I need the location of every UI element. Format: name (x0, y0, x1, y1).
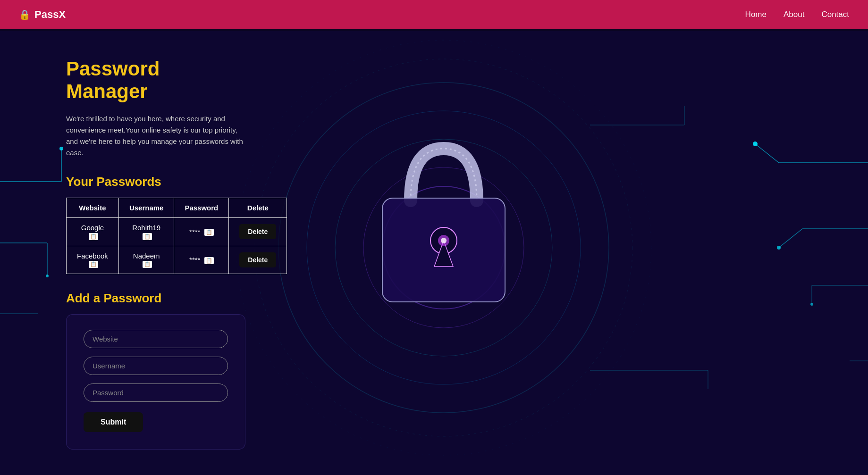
password-input[interactable] (84, 383, 228, 402)
copy-website-icon[interactable]: 📋 (89, 261, 98, 268)
svg-point-10 (753, 142, 758, 146)
table-cell-delete: Delete (229, 218, 287, 246)
nav-links: Home About Contact (745, 10, 849, 19)
table-cell-website: Google 📋 (67, 218, 119, 246)
copy-username-icon[interactable]: 📋 (143, 261, 152, 268)
table-row: Google 📋Rohith19 📋**** 📋Delete (67, 218, 287, 246)
table-cell-password: **** 📋 (174, 218, 229, 246)
nav-home-link[interactable]: Home (745, 10, 767, 19)
website-input[interactable] (84, 330, 228, 348)
navbar: 🔒 PassX Home About Contact (0, 0, 868, 29)
page-title: Password Manager (66, 58, 245, 103)
logo-text: PassX (34, 8, 66, 21)
col-delete: Delete (229, 198, 287, 218)
col-website: Website (67, 198, 119, 218)
page-description: We're thrilled to have you here, where s… (66, 113, 245, 158)
left-content: Password Manager We're thrilled to have … (0, 29, 312, 475)
logo: 🔒 PassX (19, 8, 66, 21)
col-password: Password (174, 198, 229, 218)
nav-contact-link[interactable]: Contact (821, 10, 849, 19)
logo-lock-icon: 🔒 (19, 9, 31, 20)
username-input[interactable] (84, 357, 228, 375)
delete-button[interactable]: Delete (239, 224, 276, 239)
svg-point-34 (441, 238, 447, 243)
nav-about-link[interactable]: About (784, 10, 804, 19)
svg-point-16 (810, 303, 813, 306)
table-row: Facebook 📋Nadeem 📋**** 📋Delete (67, 246, 287, 274)
svg-point-13 (777, 246, 781, 250)
add-section-title: Add a Password (66, 291, 245, 306)
add-form-container: Submit (66, 314, 245, 450)
copy-password-icon[interactable]: 📋 (204, 257, 214, 264)
copy-website-icon[interactable]: 📋 (89, 233, 98, 240)
copy-username-icon[interactable]: 📋 (143, 233, 152, 240)
password-table: Website Username Password Delete Google … (66, 198, 287, 274)
table-cell-username: Rohith19 📋 (118, 218, 174, 246)
table-cell-website: Facebook 📋 (67, 246, 119, 274)
delete-button[interactable]: Delete (239, 252, 276, 267)
col-username: Username (118, 198, 174, 218)
table-cell-password: **** 📋 (174, 246, 229, 274)
passwords-section-title: Your Passwords (66, 175, 245, 189)
copy-password-icon[interactable]: 📋 (204, 229, 214, 236)
table-cell-username: Nadeem 📋 (118, 246, 174, 274)
main-content: Password Manager We're thrilled to have … (0, 29, 868, 475)
table-cell-delete: Delete (229, 246, 287, 274)
submit-button[interactable]: Submit (84, 412, 143, 432)
